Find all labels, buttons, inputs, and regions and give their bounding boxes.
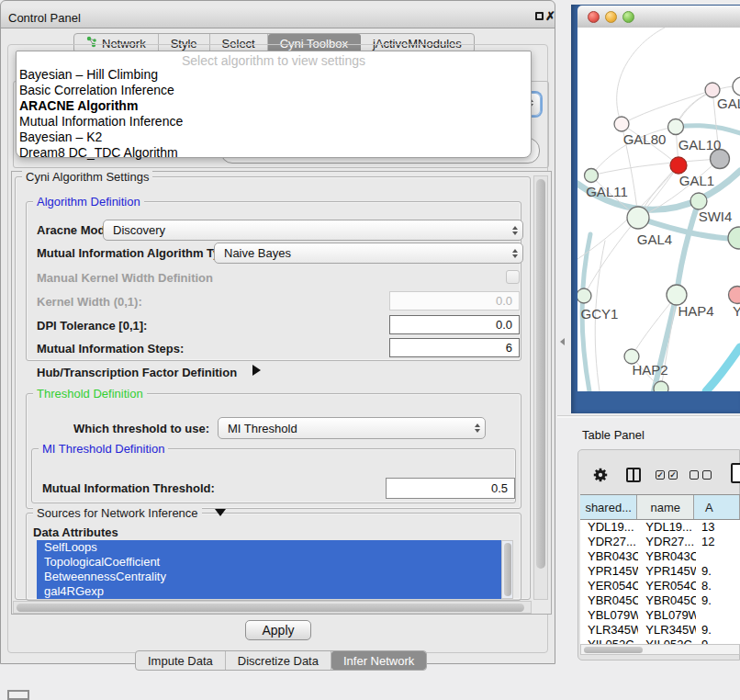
table-cell[interactable]: YBL079W <box>580 608 638 623</box>
manual-kernel-checkbox[interactable] <box>506 270 520 284</box>
network-canvas[interactable]: GALGAL80GAL10GAL1GAL11SWI4GAL4GCY1HAP4YH… <box>577 28 740 391</box>
gear-icon[interactable] <box>592 467 609 483</box>
sources-title[interactable]: Sources for Network Inference <box>33 507 202 519</box>
attribute-item-betweennesscentrality[interactable]: BetweennessCentrality <box>37 570 501 584</box>
algorithm-option-dream8-dc-tdc-algorithm[interactable]: Dream8 DC_TDC Algorithm <box>17 145 531 161</box>
network-node[interactable] <box>614 117 629 131</box>
tab-impute-data[interactable]: Impute Data <box>136 651 226 670</box>
collapse-arrow-icon[interactable] <box>215 509 226 516</box>
network-node[interactable] <box>577 288 591 303</box>
float-window-icon[interactable] <box>535 12 544 20</box>
close-icon[interactable]: ✗ <box>545 9 555 23</box>
dpi-tolerance-field[interactable]: 0.0 <box>389 315 520 334</box>
select-all-checkbox-icon[interactable]: ✓ <box>668 470 678 480</box>
kernel-width-field[interactable]: 0.0 <box>389 291 520 310</box>
table-cell[interactable]: YDL19... <box>638 520 696 535</box>
network-node[interactable] <box>690 193 707 209</box>
table-cell[interactable]: 9. <box>696 564 740 579</box>
network-window-titlebar[interactable] <box>577 6 740 28</box>
table-hscroll-thumb[interactable] <box>584 647 643 653</box>
algorithm-option-aracne-algorithm[interactable]: ARACNE Algorithm <box>17 98 531 114</box>
attribute-item-selfloops[interactable]: SelfLoops <box>37 540 501 555</box>
clipped-corner-checkbox-icon[interactable] <box>7 690 29 700</box>
table-cell[interactable]: 12 <box>696 535 740 549</box>
select-all-checkbox-icon[interactable]: ✓ <box>656 470 665 480</box>
table-cell[interactable]: 9 <box>696 638 740 644</box>
table-cell[interactable]: YPR145W <box>638 564 696 579</box>
table-cell[interactable]: YER054C <box>580 579 638 593</box>
table-cell[interactable]: YIL052C <box>580 638 638 644</box>
table-cell[interactable]: YDR27... <box>580 535 638 549</box>
table-row[interactable]: YDL19...YDL19...13 <box>580 520 740 535</box>
attribute-item-topologicalcoefficient[interactable]: TopologicalCoefficient <box>37 555 501 570</box>
table-cell[interactable]: YBL079W <box>638 608 696 623</box>
mi-threshold-field[interactable]: 0.5 <box>386 478 515 499</box>
table-row[interactable]: YBL079WYBL079W <box>580 608 740 623</box>
hub-section-label[interactable]: Hub/Transcription Factor Definition <box>37 366 237 379</box>
apply-button[interactable]: Apply <box>245 620 311 640</box>
table-row[interactable]: YPR145WYPR145W9. <box>580 564 740 579</box>
table-cell[interactable]: 9. <box>696 593 740 608</box>
table-row[interactable]: YLR345WYLR345W9. <box>580 623 740 638</box>
columns-icon[interactable] <box>626 468 641 482</box>
table-cell[interactable]: YIL052C <box>638 638 696 644</box>
table-cell[interactable] <box>696 608 740 623</box>
column-header-name[interactable]: name <box>637 495 694 519</box>
table-row[interactable]: YBR045CYBR045C9. <box>580 593 740 608</box>
table-cell[interactable]: YBR043C <box>580 549 638 564</box>
table-cell[interactable]: YBR045C <box>638 593 696 608</box>
algorithm-option-bayesian-hill-climbing[interactable]: Bayesian – Hill Climbing <box>17 67 531 83</box>
table-cell[interactable]: YBR043C <box>638 549 696 564</box>
attribute-item-gal4rgexp[interactable]: gal4RGexp <box>37 584 501 599</box>
column-header-shared[interactable]: shared... <box>580 495 637 519</box>
tab-discretize-data[interactable]: Discretize Data <box>226 651 331 670</box>
table-cell[interactable]: YBR045C <box>580 593 638 608</box>
mi-type-combo[interactable]: Naive Bayes <box>214 243 523 264</box>
zoom-traffic-light-icon[interactable] <box>622 11 634 23</box>
network-node[interactable] <box>627 207 649 229</box>
table-cell[interactable]: 13 <box>696 520 740 535</box>
table-cell[interactable]: YLR345W <box>580 623 638 638</box>
expand-arrow-icon[interactable] <box>252 365 261 376</box>
settings-vscroll-thumb[interactable] <box>536 179 545 569</box>
minimize-traffic-light-icon[interactable] <box>605 11 617 23</box>
deselect-all-checkbox-icon[interactable] <box>702 470 712 480</box>
which-threshold-combo[interactable]: MI Threshold <box>218 417 486 439</box>
algorithm-option-bayesian-k2[interactable]: Bayesian – K2 <box>17 130 531 145</box>
tab-infer-network[interactable]: Infer Network <box>331 651 426 670</box>
deselect-all-checkbox-icon[interactable] <box>690 470 699 480</box>
aracne-mode-combo[interactable]: Discovery <box>103 220 523 241</box>
table-row[interactable]: YBR043CYBR043C <box>580 549 740 564</box>
table-cell[interactable]: YDR27... <box>638 535 696 549</box>
algorithm-option-basic-correlation-inference[interactable]: Basic Correlation Inference <box>17 83 531 98</box>
table-cell[interactable]: YPR145W <box>580 564 638 579</box>
settings-horizontal-scrollbar[interactable] <box>13 601 532 614</box>
table-row[interactable]: YER054CYER054C8. <box>580 579 740 593</box>
attributes-scrollbar[interactable] <box>501 540 513 599</box>
network-node[interactable] <box>667 285 687 305</box>
panel-splitter-handle[interactable] <box>560 338 565 345</box>
network-node[interactable] <box>654 381 668 391</box>
network-node[interactable] <box>733 77 740 96</box>
close-traffic-light-icon[interactable] <box>588 11 600 23</box>
table-cell[interactable]: 8. <box>696 579 740 593</box>
network-node[interactable] <box>585 169 599 183</box>
network-node[interactable] <box>728 227 740 249</box>
network-node[interactable] <box>670 157 687 174</box>
table-cell[interactable]: YDL19... <box>580 520 638 535</box>
algorithm-option-mutual-information-inference[interactable]: Mutual Information Inference <box>17 114 531 130</box>
attributes-scroll-thumb[interactable] <box>504 543 511 596</box>
table-cell[interactable] <box>696 549 740 564</box>
network-node[interactable] <box>668 119 684 135</box>
table-row[interactable]: YDR27...YDR27...12 <box>580 535 740 549</box>
settings-vertical-scrollbar[interactable] <box>533 175 548 600</box>
export-table-icon[interactable] <box>731 463 740 483</box>
settings-hscroll-thumb[interactable] <box>17 604 524 612</box>
table-cell[interactable]: 9. <box>696 623 740 638</box>
column-header-a[interactable]: A <box>694 495 740 519</box>
network-node[interactable] <box>729 287 740 304</box>
mi-steps-field[interactable]: 6 <box>389 338 520 357</box>
table-cell[interactable]: YER054C <box>638 579 696 593</box>
table-cell[interactable]: YLR345W <box>638 623 696 638</box>
table-row[interactable]: YIL052CYIL052C9 <box>580 638 740 644</box>
